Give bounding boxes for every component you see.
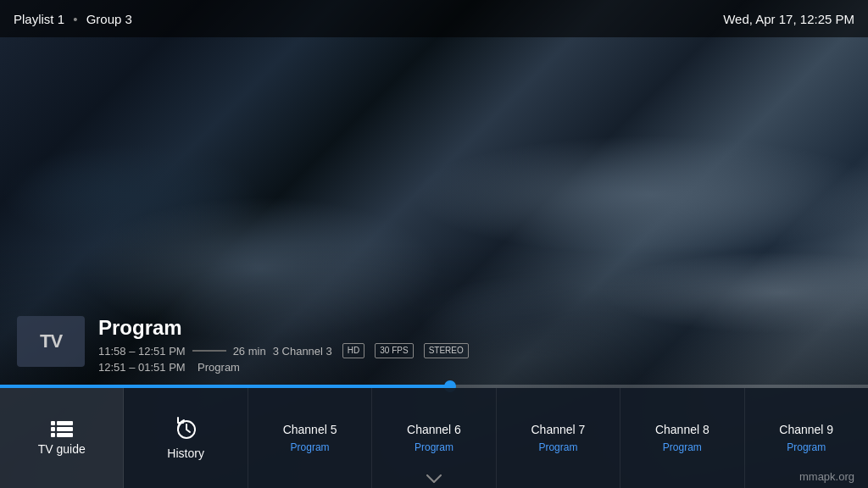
playlist-label: Playlist 1 (14, 12, 64, 26)
channel-5-label: Channel 5 (283, 423, 337, 436)
program-time-row: 11:58 – 12:51 PM 26 min 3 Channel 3 HD 3… (98, 343, 469, 358)
top-bar: Playlist 1 • Group 3 Wed, Apr 17, 12:25 … (0, 0, 868, 37)
channel-8-sublabel: Program (663, 441, 702, 453)
now-playing-panel: TV Program 11:58 – 12:51 PM 26 min 3 Cha… (17, 316, 469, 374)
channel-logo: TV (17, 316, 85, 367)
history-label: History (167, 446, 204, 460)
tv-guide-icon (51, 421, 73, 437)
channel-6-label: Channel 6 (407, 423, 461, 436)
badge-fps: 30 FPS (375, 343, 413, 358)
tv-guide-label: TV guide (38, 442, 86, 456)
program-duration: 26 min (233, 345, 266, 358)
breadcrumb: Playlist 1 • Group 3 (14, 12, 132, 26)
channel-8-label: Channel 8 (655, 423, 709, 436)
next-program: Program (198, 361, 240, 374)
channel-9-label: Channel 9 (779, 423, 833, 436)
bottom-item-history[interactable]: History (124, 388, 248, 488)
channel-7-label: Channel 7 (531, 423, 585, 436)
bottom-item-channel-5[interactable]: Channel 5 Program (248, 388, 372, 488)
chevron-down-icon[interactable] (426, 471, 442, 486)
bottom-item-channel-8[interactable]: Channel 8 Program (620, 388, 744, 488)
breadcrumb-separator: • (73, 12, 77, 26)
channel-5-sublabel: Program (291, 441, 330, 453)
bottom-item-tv-guide[interactable]: TV guide (0, 388, 124, 488)
watermark: mmapk.org (799, 470, 854, 483)
badge-hd: HD (342, 343, 364, 358)
channel-logo-text: TV (40, 330, 62, 352)
time-dash (192, 350, 226, 352)
history-icon (173, 416, 198, 441)
next-program-row: 12:51 – 01:51 PM Program (98, 361, 469, 374)
bottom-item-channel-7[interactable]: Channel 7 Program (497, 388, 620, 488)
program-time: 11:58 – 12:51 PM (98, 345, 186, 358)
channel-6-sublabel: Program (415, 441, 453, 453)
program-title: Program (98, 316, 469, 340)
app: Playlist 1 • Group 3 Wed, Apr 17, 12:25 … (0, 0, 868, 488)
channel-7-sublabel: Program (538, 441, 577, 453)
badge-stereo: STEREO (424, 343, 469, 358)
datetime: Wed, Apr 17, 12:25 PM (723, 12, 854, 26)
channel-number: 3 Channel 3 (273, 345, 332, 358)
channel-9-sublabel: Program (787, 441, 826, 453)
next-time: 12:51 – 01:51 PM (98, 361, 186, 374)
group-label: Group 3 (86, 12, 132, 26)
program-info: Program 11:58 – 12:51 PM 26 min 3 Channe… (98, 316, 469, 374)
